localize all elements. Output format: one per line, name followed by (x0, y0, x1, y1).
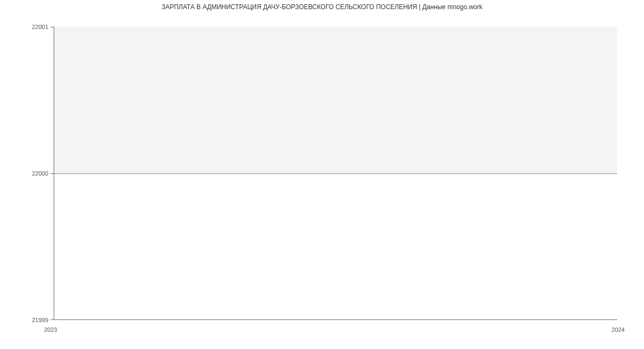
y-axis-label: 22000 (32, 170, 48, 177)
y-axis-tick (50, 173, 54, 174)
grid-band-upper (54, 27, 617, 173)
y-axis-tick (50, 27, 54, 27)
y-axis-label: 21999 (32, 317, 48, 323)
grid-band-lower (54, 173, 617, 320)
x-axis-line (54, 319, 617, 320)
x-axis-label: 2023 (44, 326, 57, 333)
x-axis-label: 2024 (612, 326, 625, 333)
y-axis-label: 22001 (32, 24, 48, 30)
chart-title: ЗАРПЛАТА В АДМИНИСТРАЦИЯ ДАЧУ-БОРЗОЕВСКО… (0, 3, 644, 11)
plot-area (54, 27, 617, 320)
y-axis-line (54, 27, 54, 320)
data-line-series-0 (54, 173, 617, 174)
y-axis-tick (50, 319, 54, 320)
